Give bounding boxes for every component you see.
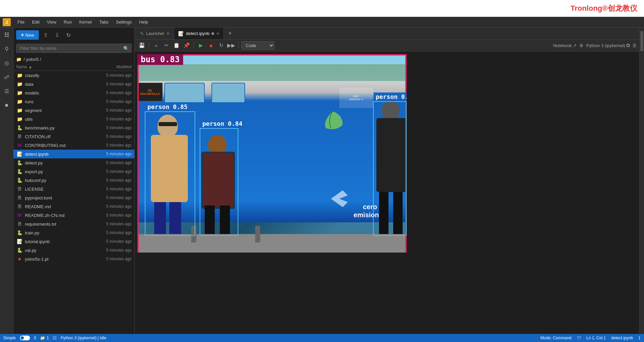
list-item[interactable]: 🐍 val.py 5 minutes ago	[13, 246, 134, 255]
restart-run-button[interactable]: ▶▶	[227, 41, 236, 50]
new-tab-button[interactable]: +	[225, 29, 235, 38]
list-item[interactable]: M README.zh-CN.md 5 minutes ago	[13, 211, 134, 220]
tab-launcher[interactable]: ✎ Launcher ✕	[136, 28, 174, 39]
bus-detection-label: bus 0.83	[137, 54, 183, 65]
simple-toggle[interactable]	[20, 336, 30, 340]
tab-detect[interactable]: 📝 detect.ipynb ✕	[174, 28, 224, 39]
list-item[interactable]: 🐍 export.py 5 minutes ago	[13, 167, 134, 176]
list-item[interactable]: 📝 tutorial.ipynb 5 minutes ago	[13, 237, 134, 246]
list-item[interactable]: 📁 data 5 minutes ago	[13, 80, 134, 88]
stop-button[interactable]: ■	[207, 41, 215, 50]
notebook-link-button[interactable]: Notebook ↗	[553, 43, 577, 48]
menu-help[interactable]: Help	[136, 18, 151, 26]
scrollbar-track	[640, 28, 644, 334]
file-icon: 🖹	[16, 203, 23, 210]
list-item[interactable]: 📁 segment 5 minutes ago	[13, 106, 134, 115]
refresh-button[interactable]: ↻	[64, 30, 73, 40]
settings-icon[interactable]: ⚙	[579, 43, 583, 48]
image-area[interactable]: M1SOL/SEVILLA EMTMADRID ⇒ ceroemisiones	[135, 51, 639, 334]
launcher-tab-icon: ✎	[140, 31, 144, 36]
folder-icon: 📁	[16, 98, 23, 105]
menu-settings[interactable]: Settings	[112, 18, 135, 26]
menu-kernel[interactable]: Kernel	[76, 18, 95, 26]
list-item[interactable]: 🖹 CITATION.cff 5 minutes ago	[13, 132, 134, 141]
menu-tabs[interactable]: Tabs	[96, 18, 112, 26]
status-right-area: Mode: Command 🛡 Ln 1, Col 1 detect.ipynb…	[541, 336, 641, 340]
tab-detect-label: detect.ipynb	[186, 31, 209, 36]
sidebar-git-icon[interactable]: ◎	[2, 59, 11, 67]
kernel-idle-status: Python 3 (ipykernel) | Idle	[61, 336, 106, 340]
run-button[interactable]: ▶	[197, 41, 205, 50]
shield-icon-status: 🛡	[577, 336, 581, 340]
toolbar-separator	[149, 42, 149, 49]
restart-button[interactable]: ↻	[217, 41, 226, 50]
tab-bar: ✎ Launcher ✕ 📝 detect.ipynb ✕ +	[135, 28, 639, 40]
search-bar: 🔍	[13, 42, 134, 55]
paste-button[interactable]: 📌	[182, 41, 191, 50]
list-item[interactable]: 📁 models 5 minutes ago	[13, 88, 134, 97]
filename-status: detect.ipynb	[611, 336, 633, 340]
cell-type-select[interactable]: Code Markdown Raw	[241, 41, 274, 50]
python-icon: 🐍	[16, 168, 23, 175]
scrollbar-thumb[interactable]	[640, 31, 643, 51]
sidebar-tabs-icon[interactable]: ☰	[2, 87, 11, 96]
search-input[interactable]	[16, 44, 132, 53]
list-item[interactable]: 📁 classify 5 minutes ago	[13, 71, 134, 80]
folder-icon: 📁	[16, 116, 23, 122]
list-item[interactable]: 🖹 LICENSE 5 minutes ago	[13, 185, 134, 193]
menu-view[interactable]: View	[43, 18, 60, 26]
list-item[interactable]: 📁 runs 5 minutes ago	[13, 97, 134, 106]
download-button[interactable]: ⇩	[52, 30, 62, 40]
menu-edit[interactable]: Edit	[29, 18, 43, 26]
list-item[interactable]: 🐍 detect.py 5 minutes ago	[13, 158, 134, 167]
list-item[interactable]: 🐍 benchmarks.py 5 minutes ago	[13, 123, 134, 132]
folder-icon: 📁	[16, 72, 23, 79]
list-item[interactable]: 🖹 requirements.txt 5 minutes ago	[13, 220, 134, 228]
pt-file-icon: ■	[16, 256, 23, 262]
ln-col-status: Ln 1, Col 1	[586, 336, 606, 340]
menu-file[interactable]: File	[14, 18, 28, 26]
tab-launcher-close[interactable]: ✕	[166, 31, 170, 36]
icon-sidebar: ☷ ⚲ ◎ ☍ ☰ ■	[0, 28, 13, 334]
detection-image: M1SOL/SEVILLA EMTMADRID ⇒ ceroemisiones	[137, 54, 407, 253]
markdown-icon: M	[16, 142, 23, 149]
list-item[interactable]: 🖹 README.md 5 minutes ago	[13, 202, 134, 211]
person-center-box: person 0.84	[200, 128, 238, 236]
copy-button[interactable]: 📋	[172, 41, 181, 50]
right-scrollbar[interactable]	[639, 28, 644, 334]
add-cell-button[interactable]: +	[152, 41, 161, 50]
list-item[interactable]: ■ yolov5s-1.pt 5 minutes ago	[13, 255, 134, 263]
col-name-header[interactable]: Name ▲	[16, 65, 88, 69]
toolbar-separator-3	[238, 42, 239, 49]
file-icon: 🖹	[16, 186, 23, 192]
sidebar-search-icon[interactable]: ⚲	[2, 44, 11, 53]
tab-unsaved-dot	[211, 32, 214, 35]
zero-counter: 0	[34, 336, 36, 340]
app-logo: J	[3, 18, 11, 26]
person-right-box: person 0.80	[373, 101, 407, 236]
python-icon: 🐍	[16, 177, 23, 184]
kernel-info: Notebook ↗ ⚙ Python 3 (ipykernel) ☰	[553, 43, 637, 48]
menu-run[interactable]: Run	[60, 18, 75, 26]
list-item[interactable]: 🐍 train.py 5 minutes ago	[13, 228, 134, 237]
count-status: 1	[638, 336, 641, 340]
list-item[interactable]: 🐍 hubconf.py 5 minutes ago	[13, 176, 134, 185]
menu-icon[interactable]: ☰	[633, 43, 637, 48]
sidebar-files-icon[interactable]: ☷	[2, 30, 11, 39]
save-button[interactable]: 💾	[137, 41, 146, 50]
file-icon: 🖹	[16, 194, 23, 201]
search-icon: 🔍	[123, 46, 129, 51]
list-item[interactable]: 📁 utils 5 minutes ago	[13, 115, 134, 123]
cut-button[interactable]: ✂	[162, 41, 171, 50]
sidebar-kernel-icon[interactable]: ■	[2, 101, 11, 110]
list-item-selected[interactable]: 📝 detect.ipynb 5 minutes ago	[13, 150, 134, 158]
sidebar-extensions-icon[interactable]: ☍	[2, 73, 11, 81]
tab-detect-close[interactable]: ✕	[216, 31, 219, 36]
new-file-button[interactable]: + New	[16, 30, 39, 40]
python-icon: 🐍	[16, 247, 23, 254]
kernel-status-circle	[626, 44, 630, 47]
list-item[interactable]: 🖹 pyproject.toml 5 minutes ago	[13, 193, 134, 202]
list-item[interactable]: M CONTRIBUTING.md 5 minutes ago	[13, 141, 134, 150]
upload-button[interactable]: ⇧	[41, 30, 50, 40]
brand-bar: Tronlong®创龙教仪	[0, 0, 644, 17]
